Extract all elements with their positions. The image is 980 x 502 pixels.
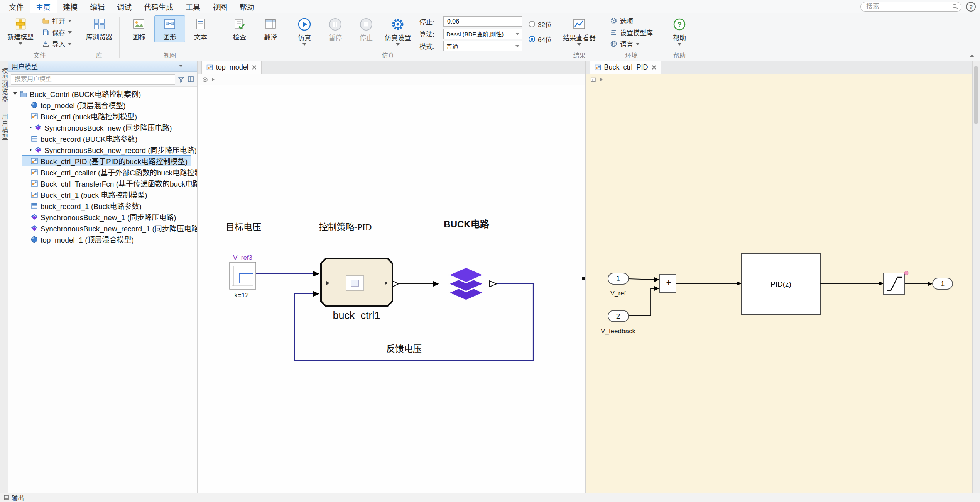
graphic-view-button[interactable]: 图形 [154,15,185,42]
tree-item-Buck_Contrl[interactable]: Buck_Contrl (BUCK电路控制案例) [11,88,145,99]
check-button[interactable]: 检查 [224,15,255,42]
buck-ctrl-pid-canvas[interactable]: 1 V_ref 2 V_feedback [586,85,972,493]
output-port-1-block[interactable]: 1 [933,278,953,289]
global-search-input[interactable] [865,2,952,11]
results-viewer-button[interactable]: 结果查看器 [560,15,599,47]
input-port-1-block[interactable]: 1 V_ref [608,273,629,297]
svg-text:?: ? [677,20,682,29]
menu-代码生成[interactable]: 代码生成 [138,0,179,13]
feedback-voltage-label: 反馈电压 [386,344,422,354]
buck-circuit-block[interactable] [448,267,484,300]
breadcrumb-root-icon[interactable] [202,77,208,83]
translate-button[interactable]: 翻译 [255,15,286,42]
chevron-down-icon [68,31,72,34]
close-tab-icon[interactable] [651,65,656,70]
dock-tab-user-models[interactable]: 用户模型 [0,111,9,143]
run-button[interactable]: 仿真 [289,15,320,47]
left-dock-strip: 模型浏览器 用户模型 [0,61,8,493]
right-tabbar: Buck_ctrl_PID [586,61,972,74]
import-button[interactable]: 导入 [39,39,75,49]
mode-select[interactable]: 普通 [443,41,522,51]
model-library-button[interactable]: 设置模型库 [607,27,656,37]
library-browser-button[interactable]: 库浏览器 [83,15,115,42]
menu-编辑[interactable]: 编辑 [84,0,111,13]
buck-output-port[interactable] [489,281,497,287]
wire-ref-to-controller[interactable] [256,271,319,277]
tree-item-SynchronousBuck_new_record_1[interactable]: SynchronousBuck_new_record_1 (同步降压电路加rec… [22,222,197,234]
tree-item-SynchronousBuck_new_1[interactable]: SynchronousBuck_new_1 (同步降压电路) [22,211,180,222]
panel-minimize-button[interactable] [185,62,194,70]
tree-item-Buck_ctrl[interactable]: Buck_ctrl (buck电路控制模型) [22,110,141,122]
menu-帮助[interactable]: 帮助 [233,0,260,13]
tree-item-SynchronousBuck_new[interactable]: •SynchronousBuck_new (同步降压电路) [22,122,176,133]
wire-vref-to-sum[interactable] [629,277,659,282]
menu-视图[interactable]: 视图 [206,0,233,13]
tree-item-SynchronousBuck_new_record[interactable]: •SynchronousBuck_new_record (同步降压电路) [22,144,197,155]
top-model-canvas[interactable]: 目标电压 控制策略-PID BUCK电路 V_ref3 k=12 [198,85,585,493]
algorithm-select[interactable]: Dassl (BDF,变阶,刚性) [443,29,522,39]
global-search[interactable] [860,2,961,12]
menu-调试[interactable]: 调试 [111,0,138,13]
sum-plus-sign: + [666,278,671,287]
source-name-label: V_ref3 [233,254,252,261]
stop-button[interactable]: 停止 [351,15,382,43]
tree-item-Buck_ctrl_1[interactable]: Buck_ctrl_1 (buck 电路控制模型) [22,189,151,200]
save-button[interactable]: 保存 [39,27,75,37]
circuit-model-icon [34,124,42,131]
menu-工具[interactable]: 工具 [179,0,206,13]
help-circle-icon[interactable]: ? [966,2,976,12]
tab-top-model[interactable]: top_model [201,61,262,74]
tree-item-buck_record_1[interactable]: buck_record_1 (Buck电路参数) [22,200,145,211]
wire-feedback-to-sum[interactable] [629,286,659,316]
vertical-scrollbar[interactable] [974,66,978,124]
new-model-label: 新建模型 [7,32,34,41]
sim-settings-button[interactable]: 仿真设置 [382,15,414,47]
close-tab-icon[interactable] [252,65,257,70]
input-1-number: 1 [616,275,620,283]
language-button[interactable]: 语言 [607,39,656,49]
expand-caret-icon[interactable] [11,92,19,95]
options-button[interactable]: 选项 [607,15,656,26]
buck-ctrl1-block[interactable]: buck_ctrl1 [321,258,399,321]
pause-button[interactable]: 暂停 [320,15,351,43]
bit64-radio[interactable]: 64位 [529,34,552,44]
collapse-ribbon-button[interactable] [970,54,974,57]
pid-block[interactable]: PID(z) [742,254,820,314]
tree-item-top_model_1[interactable]: top_model_1 (顶层混合模型) [22,234,138,245]
wire-saturation-to-output[interactable] [905,282,933,286]
output-panel-icon[interactable] [3,495,9,500]
bit32-radio[interactable]: 32位 [529,19,552,29]
input-port-2-block[interactable]: 2 V_feedback [601,310,635,335]
filter-icon[interactable] [177,76,185,83]
menu-建模[interactable]: 建模 [57,0,84,13]
tree-item-buck_record[interactable]: buck_record (BUCK电路参数) [22,133,141,144]
vref-source-block[interactable]: V_ref3 k=12 [230,254,256,299]
wire-controller-to-buck[interactable] [399,281,439,287]
menu-主页[interactable]: 主页 [30,0,57,13]
breadcrumb-root-icon[interactable] [590,77,596,83]
panel-layout-icon[interactable] [187,76,194,83]
icon-view-button[interactable]: 图标 [123,15,154,42]
tree-item-Buck_ctrl_PID[interactable]: Buck_ctrl_PID (基于PID的buck电路控制模型) [22,155,191,166]
status-text[interactable]: 输出 [12,493,24,502]
panel-menu-button[interactable] [177,62,185,70]
wire-pid-to-saturation[interactable] [820,281,884,286]
wire-sum-to-pid[interactable] [676,281,742,286]
sum-block[interactable]: + - [660,275,676,293]
tab-buck-ctrl-pid[interactable]: Buck_ctrl_PID [590,61,661,74]
text-view-button[interactable]: 文本 [185,15,216,42]
tree-item-label: Buck_Contrl (BUCK电路控制案例) [30,88,141,99]
saturation-block[interactable] [884,271,908,295]
tree-item-top_model[interactable]: top_model (顶层混合模型) [22,99,130,110]
stop-time-input[interactable] [446,18,519,25]
new-model-button[interactable]: 新建模型 [4,15,37,46]
model-search-input[interactable] [14,75,172,83]
tree-item-Buck_ctrl_ccaller[interactable]: Buck_ctrl_ccaller (基于外部C函数的buck电路控制模型) [22,166,197,178]
tree-item-label: SynchronousBuck_new (同步降压电路) [44,122,172,132]
help-button[interactable]: ? 帮助 [664,15,695,47]
dock-tab-model-browser[interactable]: 模型浏览器 [0,65,9,105]
open-button[interactable]: 打开 [39,15,75,26]
tree-item-Buck_ctrl_TransferFcn[interactable]: Buck_ctrl_TransferFcn (基于传递函数的buck电路控制模型… [22,178,197,189]
model-search-row [8,72,197,87]
menu-文件[interactable]: 文件 [3,0,30,13]
